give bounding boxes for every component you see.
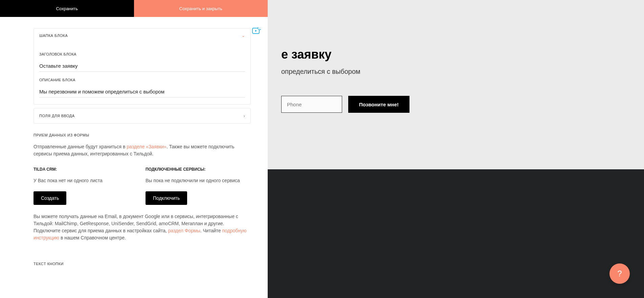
preview-area-light: е заявку определиться с выбором Позвонит… — [268, 0, 644, 169]
block-title-label: ЗАГОЛОВОК БЛОКА — [39, 52, 245, 56]
save-and-close-button[interactable]: Сохранить и закрыть — [134, 0, 268, 17]
button-text-title: ТЕКСТ КНОПКИ — [34, 262, 251, 266]
edit-panel: ШАПКА БЛОКА ⌄ ЗАГОЛОВОК БЛОКА ОПИСАНИЕ Б… — [0, 17, 268, 298]
form-receiver-intro: Отправленные данные будут храниться в ра… — [34, 143, 251, 157]
button-text-section: ТЕКСТ КНОПКИ — [34, 262, 251, 266]
chevron-right-icon: › — [243, 113, 245, 119]
preview-description: определиться с выбором — [281, 68, 630, 76]
crm-text: У Вас пока нет ни одного листа — [34, 178, 139, 183]
forms-settings-link[interactable]: раздел Формы — [168, 228, 200, 233]
requests-link[interactable]: разделе «Заявки» — [127, 144, 166, 149]
block-title-input[interactable] — [39, 60, 245, 72]
input-fields-title: ПОЛЯ ДЛЯ ВВОДА — [39, 114, 75, 118]
services-column: ПОДКЛЮЧЕННЫЕ СЕРВИСЫ: Вы пока не подключ… — [146, 167, 251, 205]
preview-area-dark — [268, 169, 644, 298]
crm-title: TILDA CRM: — [34, 167, 139, 172]
create-list-button[interactable]: Создать — [34, 191, 66, 205]
save-button[interactable]: Сохранить — [0, 0, 134, 17]
header-block-toggle[interactable]: ШАПКА БЛОКА ⌄ — [34, 28, 250, 43]
block-desc-input[interactable] — [39, 86, 245, 98]
preview-submit-button[interactable]: Позвоните мне! — [348, 96, 409, 113]
block-desc-label: ОПИСАНИЕ БЛОКА — [39, 78, 245, 82]
form-receiver-note: Вы можете получать данные на Email, в до… — [34, 213, 251, 241]
header-block-title: ШАПКА БЛОКА — [39, 34, 68, 38]
crm-column: TILDA CRM: У Вас пока нет ни одного лист… — [34, 167, 139, 205]
form-receiver-section: ПРИЕМ ДАННЫХ ИЗ ФОРМЫ Отправленные данны… — [34, 133, 251, 241]
help-icon: ? — [617, 269, 622, 278]
chevron-down-icon: ⌄ — [242, 33, 245, 38]
help-button[interactable]: ? — [609, 263, 630, 284]
input-fields-toggle[interactable]: ПОЛЯ ДЛЯ ВВОДА › — [34, 108, 250, 123]
services-title: ПОДКЛЮЧЕННЫЕ СЕРВИСЫ: — [146, 167, 251, 172]
header-block-card: ШАПКА БЛОКА ⌄ ЗАГОЛОВОК БЛОКА ОПИСАНИЕ Б… — [34, 28, 251, 105]
services-text: Вы пока не подключили ни одного сервиса — [146, 178, 251, 183]
preview-title: е заявку — [281, 47, 630, 62]
connect-service-button[interactable]: Подключить — [146, 191, 187, 205]
preview-phone-input[interactable] — [281, 96, 342, 113]
input-fields-card: ПОЛЯ ДЛЯ ВВОДА › — [34, 108, 251, 124]
form-receiver-title: ПРИЕМ ДАННЫХ ИЗ ФОРМЫ — [34, 133, 251, 137]
